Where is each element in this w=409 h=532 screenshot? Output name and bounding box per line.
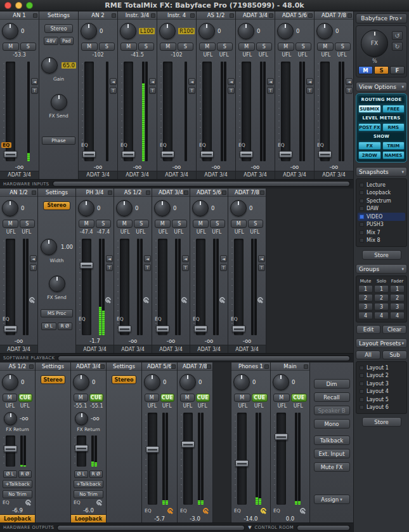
solo-button[interactable]: S — [20, 220, 36, 228]
fader-handle[interactable] — [4, 150, 17, 157]
output-assign-label[interactable]: ADAT 3/4 — [114, 345, 152, 353]
output-assign-label[interactable]: ADAT 3/4 — [157, 171, 196, 179]
solo-button[interactable]: S — [172, 220, 188, 228]
channel-gain-knob[interactable] — [2, 374, 18, 390]
snapshot-item[interactable]: Mix 8 — [358, 237, 405, 245]
snapshot-select-box[interactable] — [360, 222, 364, 227]
mute-button[interactable]: M — [81, 43, 98, 51]
fader-handle[interactable] — [75, 444, 88, 451]
cue-speaker-icon[interactable]: ◄ — [144, 255, 151, 262]
snapshot-select-box[interactable] — [360, 215, 364, 219]
view-option-post-fx-button[interactable]: POST FX — [358, 123, 381, 131]
solo-button[interactable]: S — [134, 220, 150, 228]
mute-button[interactable]: M — [79, 220, 94, 228]
mute-button[interactable]: M — [145, 394, 159, 402]
layout-item[interactable]: Layout 3 — [358, 380, 405, 388]
channel-gain-knob[interactable] — [144, 374, 160, 390]
fader-handle[interactable] — [235, 460, 249, 467]
trim-gain-button[interactable]: T — [258, 264, 265, 271]
view-option-submix-button[interactable]: SUBMIX — [358, 105, 381, 113]
solo-button[interactable]: S — [210, 220, 226, 228]
mute-button[interactable]: M — [3, 394, 17, 402]
output-assign-label[interactable]: ADAT 3/4 — [275, 171, 314, 179]
cue-button[interactable]: CUE — [89, 394, 104, 402]
fx-send-knob[interactable] — [51, 94, 67, 110]
view-option-fx-button[interactable]: FX — [358, 142, 381, 150]
channel-gain-knob[interactable] — [81, 23, 97, 39]
fader-handle[interactable] — [4, 325, 17, 332]
pad-button[interactable]: Pad — [60, 37, 74, 45]
fader-handle[interactable] — [318, 150, 332, 157]
solo-button[interactable]: S — [99, 43, 115, 51]
snapshot-select-box[interactable] — [360, 238, 364, 243]
channel-settings-wrench-icon[interactable] — [260, 507, 268, 515]
solo-button[interactable]: S — [20, 43, 37, 51]
control-room-assign-button[interactable]: Assign▾ — [314, 495, 350, 504]
view-option-rms-button[interactable]: RMS — [382, 123, 405, 131]
eq-label[interactable]: EQ — [77, 316, 87, 322]
eq-label[interactable]: EQ — [1, 316, 11, 322]
group-cell-button[interactable]: 1 — [390, 285, 405, 293]
fader-track[interactable] — [148, 413, 157, 505]
mute-button[interactable]: M — [160, 43, 176, 51]
channel-gain-knob[interactable] — [2, 200, 18, 216]
snapshots-header[interactable]: Snapshots▾ — [356, 167, 407, 176]
fader-handle[interactable] — [122, 150, 135, 157]
phase-button[interactable]: Ø L — [3, 470, 17, 478]
channel-settings-wrench-icon[interactable] — [96, 499, 103, 507]
cue-button[interactable]: CUE — [291, 394, 308, 402]
fader-handle[interactable] — [240, 150, 253, 157]
snapshot-item[interactable]: Mix 7 — [358, 229, 405, 237]
control-room-talkback-button[interactable]: Talkback — [314, 436, 350, 445]
output-assign-label[interactable]: ADAT 3/4 — [315, 171, 353, 179]
fader-handle[interactable] — [275, 433, 288, 440]
mute-button[interactable]: M — [193, 220, 209, 228]
trim-gain-button[interactable]: T — [144, 264, 151, 271]
eq-label[interactable]: EQ — [276, 142, 286, 148]
trim-gain-button[interactable]: T — [188, 87, 195, 94]
channel-gain-knob[interactable] — [73, 374, 89, 390]
layout-tab-all[interactable]: All — [356, 350, 380, 359]
layout-select-box[interactable] — [360, 373, 364, 378]
phantom-48v-button[interactable]: 48V — [44, 37, 58, 45]
solo-button[interactable]: S — [217, 43, 233, 51]
fader-handle[interactable] — [279, 150, 292, 157]
phase-button[interactable]: R Ø — [18, 470, 32, 478]
solo-button[interactable]: S — [248, 220, 264, 228]
eq-label[interactable]: EQ — [145, 508, 152, 514]
layout-select-box[interactable] — [360, 366, 364, 370]
eq-label[interactable]: EQ — [153, 316, 163, 322]
mute-button[interactable]: M — [74, 394, 88, 402]
layout-select-box[interactable] — [360, 397, 364, 402]
channel-settings-wrench-icon[interactable] — [202, 507, 210, 515]
mute-button[interactable]: M — [117, 220, 133, 228]
cue-speaker-icon[interactable]: ◄ — [149, 78, 156, 85]
talkback-button[interactable]: +Talkback — [74, 480, 103, 488]
fader-handle[interactable] — [146, 446, 159, 453]
trim-gain-button[interactable]: T — [31, 87, 38, 94]
trim-gain-button[interactable]: T — [346, 87, 353, 94]
phase-button[interactable]: Ø L — [74, 470, 88, 478]
group-cell-button[interactable]: 1 — [358, 285, 373, 293]
snapshot-select-box[interactable] — [360, 199, 364, 203]
output-assign-label[interactable]: ADAT 3/4 — [152, 345, 190, 353]
groups-edit-button[interactable]: Edit — [356, 325, 380, 334]
monitor-s-button[interactable]: S — [374, 66, 389, 74]
mute-button[interactable]: M — [317, 43, 334, 51]
trim-gain-button[interactable]: T — [106, 264, 113, 271]
layout-item[interactable]: Layout 1 — [358, 364, 405, 372]
close-button[interactable] — [4, 2, 11, 9]
control-room-mute-fx-button[interactable]: Mute FX — [314, 462, 350, 472]
trim-gain-button[interactable]: T — [182, 264, 189, 271]
eq-label[interactable]: EQ — [237, 142, 247, 148]
redo-icon[interactable]: ↻ — [392, 42, 403, 51]
control-room-speaker-b-button[interactable]: Speaker B — [314, 406, 350, 415]
fader-handle[interactable] — [156, 325, 169, 332]
output-assign-label[interactable]: ADAT 3/4 — [236, 171, 275, 179]
collapse-icon[interactable]: ▼ — [248, 525, 251, 530]
snapshot-item[interactable]: VIDEO — [358, 213, 405, 221]
eq-label[interactable]: EQ — [198, 142, 207, 148]
fader-handle[interactable] — [181, 441, 195, 448]
cue-speaker-icon[interactable]: ◄ — [306, 78, 313, 85]
eq-label[interactable]: EQ — [119, 142, 129, 148]
